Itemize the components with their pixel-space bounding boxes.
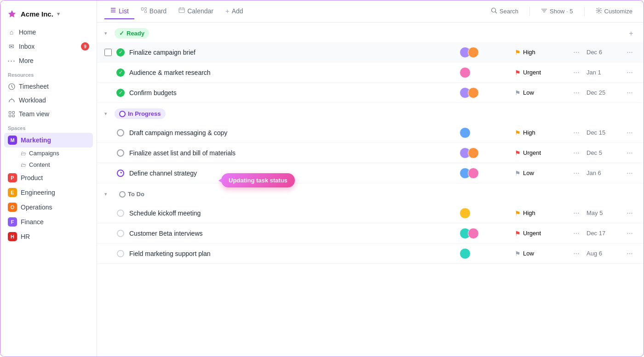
open-circle-icon [117, 250, 124, 257]
product-badge: P [8, 173, 17, 182]
task-avatars-t2 [460, 67, 487, 78]
tab-add[interactable]: + Add [220, 3, 249, 19]
content-label: Content [29, 161, 50, 168]
table-row[interactable]: ✓ Audience & market research ⚑ Urgent ··… [97, 62, 644, 83]
inprogress-chevron[interactable]: ▾ [104, 111, 111, 117]
task-status-done2[interactable]: ✓ [116, 68, 125, 77]
task-actions-t5[interactable]: ··· [623, 149, 636, 157]
task-actions-t9[interactable]: ··· [623, 249, 636, 258]
tab-list-label: List [119, 7, 129, 15]
flag-icon: ⚑ [515, 149, 521, 157]
marketing-label: Marketing [21, 136, 51, 144]
task-name-t1: Finalize campaign brief [129, 49, 460, 56]
task-date-t6: Jan 6 [586, 170, 623, 176]
priority-label-t2: Urgent [523, 69, 541, 76]
sidebar-item-finance[interactable]: F Finance [4, 215, 93, 229]
ready-add-button[interactable]: + [626, 28, 636, 39]
task-status-done3[interactable]: ✓ [116, 89, 125, 97]
task-actions-t1[interactable]: ··· [623, 48, 636, 57]
task-status-open5[interactable] [116, 149, 125, 157]
todo-circle-icon [119, 191, 126, 198]
task-more-t2[interactable]: ··· [570, 68, 583, 77]
task-actions-t2[interactable]: ··· [623, 68, 636, 77]
table-row[interactable]: ✓ Confirm budgets ⚑ Low ··· Dec 25 ··· [97, 83, 644, 103]
table-row[interactable]: Customer Beta interviews ⚑ Urgent ··· De… [97, 223, 644, 244]
table-row[interactable]: Define channel strategy ⚑ Low ··· Jan 6 … [97, 163, 644, 183]
finance-label: Finance [21, 218, 44, 226]
sidebar-item-operations[interactable]: O Operations [4, 200, 93, 215]
priority-label-t3: Low [523, 89, 534, 96]
todo-chevron[interactable]: ▾ [104, 191, 111, 197]
table-row[interactable]: Schedule kickoff meeting ⚑ High ··· May … [97, 203, 644, 223]
task-actions-t3[interactable]: ··· [623, 89, 636, 97]
campaigns-label: Campaigns [29, 150, 59, 157]
sidebar-item-inbox[interactable]: ✉ Inbox 9 [4, 39, 93, 54]
task-avatars-t5 [460, 147, 487, 159]
task-actions-t4[interactable]: ··· [623, 129, 636, 137]
topbar-actions: Search Show · 5 Customize [487, 6, 636, 17]
tab-board[interactable]: Board [135, 3, 172, 19]
table-row[interactable]: ✓ Finalize campaign brief ⚑ High ··· Dec… [97, 42, 644, 62]
task-more-t7[interactable]: ··· [570, 209, 583, 217]
sidebar-item-campaigns[interactable]: 🗁 Campaigns [17, 147, 93, 159]
app-logo[interactable]: Acme Inc. ▾ [0, 6, 97, 25]
customize-action[interactable]: Customize [592, 6, 636, 17]
task-avatars-t3 [460, 87, 487, 98]
task-more-t8[interactable]: ··· [570, 229, 583, 238]
group-badge-ready[interactable]: ✓ Ready [115, 28, 149, 39]
main-content: List Board Calendar + Add [97, 0, 644, 357]
show-action[interactable]: Show · 5 [537, 6, 577, 17]
sidebar-item-home[interactable]: ⌂ Home [4, 25, 93, 39]
sidebar-item-more[interactable]: ··· More [4, 54, 93, 68]
list-icon [110, 7, 116, 15]
task-status-circle7[interactable] [116, 209, 125, 217]
open-circle-icon [117, 210, 124, 217]
task-actions-t8[interactable]: ··· [623, 229, 636, 238]
table-row[interactable]: Draft campaign messaging & copy ⚑ High ·… [97, 123, 644, 143]
task-more-t1[interactable]: ··· [570, 48, 583, 57]
task-avatars-t4 [460, 127, 487, 138]
task-status-done[interactable]: ✓ [116, 48, 125, 57]
sidebar-item-workload[interactable]: Workload [4, 93, 93, 107]
priority-label-t8: Urgent [523, 230, 541, 237]
sidebar-item-hr[interactable]: H HR [4, 229, 93, 244]
sidebar-item-product[interactable]: P Product [4, 170, 93, 185]
avatar [460, 208, 471, 219]
task-more-t6[interactable]: ··· [570, 169, 583, 177]
spaces-section-label: Spaces [0, 121, 97, 133]
task-priority-t2: ⚑ Urgent [515, 69, 570, 76]
resources-nav: Timesheet Workload Team view [0, 79, 97, 121]
search-action[interactable]: Search [487, 6, 522, 17]
group-badge-to-do[interactable]: To Do [115, 189, 149, 199]
tab-list[interactable]: List [104, 3, 134, 19]
inprogress-label: In Progress [128, 110, 161, 117]
task-name-t5: Finalize asset list and bill of material… [129, 149, 460, 157]
task-actions-t7[interactable]: ··· [623, 209, 636, 217]
task-date-t3: Dec 25 [586, 89, 623, 96]
task-more-t9[interactable]: ··· [570, 249, 583, 258]
task-date-t7: May 5 [586, 210, 623, 216]
task-checkbox-t1[interactable] [104, 49, 112, 56]
teamview-icon [8, 110, 15, 118]
sidebar-item-timesheet[interactable]: Timesheet [4, 79, 93, 93]
sidebar-item-content[interactable]: 🗁 Content [17, 159, 93, 170]
marketing-sub-items: 🗁 Campaigns 🗁 Content [4, 147, 93, 170]
task-more-t4[interactable]: ··· [570, 129, 583, 137]
task-status-progress6[interactable] [116, 169, 125, 177]
task-actions-t6[interactable]: ··· [623, 169, 636, 177]
tab-calendar[interactable]: Calendar [173, 3, 219, 19]
table-row[interactable]: Finalize asset list and bill of material… [97, 143, 644, 163]
task-status-circle8[interactable] [116, 229, 125, 238]
sidebar-item-marketing[interactable]: M Marketing [4, 133, 93, 147]
sidebar-item-teamview[interactable]: Team view [4, 107, 93, 121]
sidebar-item-engineering[interactable]: E Engineering [4, 185, 93, 200]
task-status-circle9[interactable] [116, 249, 125, 258]
ready-chevron[interactable]: ▾ [104, 30, 111, 36]
task-more-t5[interactable]: ··· [570, 149, 583, 157]
table-row[interactable]: Field marketing support plan ⚑ Low ··· A… [97, 244, 644, 264]
hr-label: HR [21, 233, 30, 240]
task-status-open4[interactable] [116, 129, 125, 137]
group-badge-in-progress[interactable]: In Progress [115, 108, 166, 119]
app-title: Acme Inc. [21, 10, 53, 18]
task-more-t3[interactable]: ··· [570, 89, 583, 97]
